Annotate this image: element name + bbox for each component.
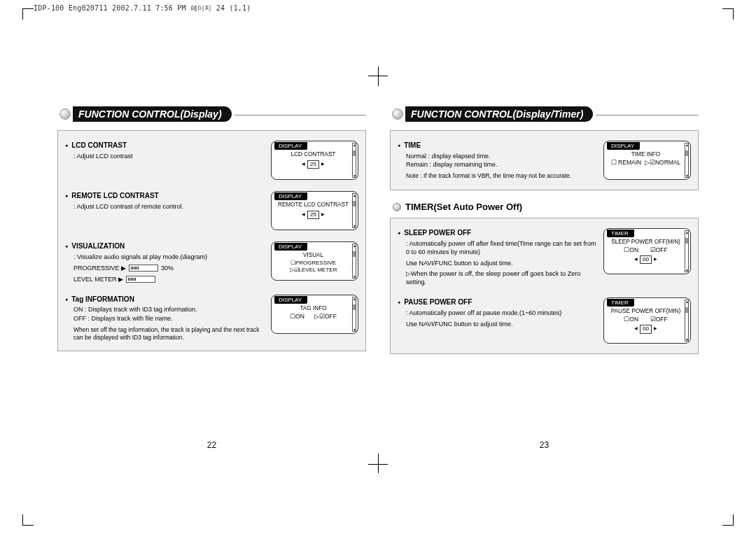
scrollbar [352,143,356,178]
section-time: TIME Normal : display elapsed time. Rema… [398,138,691,183]
reg-mark [368,464,388,465]
lcd-tab: TIMER [607,299,634,307]
reg-mark [378,454,379,473]
prog-label: PROGRESSIVE ▶ [74,264,126,272]
lcd-tab: DISPLAY [274,142,307,150]
lcd-onoff: ☐ REMAIN ▷☑NORMAL [608,159,683,167]
lcd-line: VISUAL [276,252,351,260]
lcd-line: REMOTE LCD CONTRAST [276,202,351,209]
section-desc: : Automatically power off at pause mode.… [406,309,596,317]
page-left: FUNCTION CONTROL(Display) LCD CONTRAST :… [57,105,366,429]
section-title: Tag INFORMATION [65,295,264,304]
section-title: TIME [398,141,596,150]
content-box: LCD CONTRAST : Adjust LCD contrast DISPL… [57,130,366,351]
lcd-onoff: ☐ON ▷☑OFF [276,313,351,321]
section-pause-power: PAUSE POWER OFF : Automatically power of… [398,293,691,346]
scrollbar [685,300,689,342]
lcd-value: 25 [307,160,319,169]
lcd-value: 00 [640,325,652,333]
lcd-tab: DISPLAY [274,192,307,200]
bullet-icon [392,108,403,120]
lcd-value: 00 [640,255,652,264]
title-bar: FUNCTION CONTROL(Display/Timer) [390,105,699,123]
scrollbar [352,193,356,228]
content-box: SLEEP POWER OFF : Automatically power of… [390,218,699,354]
section-desc: : Automatically power off after fixed ti… [406,239,596,256]
page-spread: FUNCTION CONTROL(Display) LCD CONTRAST :… [57,105,699,429]
section-title: SLEEP POWER OFF [398,228,596,238]
section-desc: : Adjust LCD contrast [74,152,264,160]
section-visualization: VISUALIZATION : Visualize audio signals … [65,237,358,290]
section-desc: : Visualize audio signals at play mode.(… [74,253,264,261]
crop-mark [722,8,734,20]
lcd-tab: DISPLAY [607,142,640,150]
section-remote-lcd: REMOTE LCD CONTRAST : Adjust LCD contras… [65,187,358,237]
lcd-value: 25 [307,211,319,219]
section-line: Normal : display elapsed time. [406,152,596,160]
lcd-tab: DISPLAY [274,243,307,251]
section-title: VISUALIZATION [65,241,264,251]
lcd-option: ☐PROGRESSIVE [276,260,351,267]
section-use: Use NAVI/FUNC button to adjust time. [406,259,596,267]
section-title: PAUSE POWER OFF [398,297,596,307]
lcd-line: SLEEP POWER OFF(MIN) [608,239,683,246]
lcd-line: LCD CONTRAST [276,151,351,159]
subheading-text: TIMER(Set Auto Power Off) [405,202,522,212]
scrollbar [352,297,356,332]
page-title: FUNCTION CONTROL(Display/Timer) [405,106,593,122]
lcd-onoff: ☐ON ☑OFF [608,246,683,254]
lcd-option: ▷☑LEVEL METER [276,267,351,274]
page-number: 23 [390,440,699,450]
lcd-tab: TIMER [607,230,634,237]
header-meta: IDP-100 Eng020711 2002.7.11 7:56 PM 페이지 … [34,5,251,12]
reg-mark [368,76,388,76]
lcd-line: TAG INFO [276,305,351,313]
progress-bar [129,265,158,272]
subheading: TIMER(Set Auto Power Off) [393,202,699,212]
scrollbar [352,244,356,279]
level-label: LEVEL METER ▶ [74,275,123,283]
section-lcd-contrast: LCD CONTRAST : Adjust LCD contrast DISPL… [65,138,358,187]
lcd-onoff: ☐ON ☑OFF [608,316,683,323]
section-title: LCD CONTRAST [65,141,264,150]
divider [596,115,699,115]
section-line: Remain : display remaining time. [406,160,596,169]
divider [234,115,366,115]
section-use2: ▷When the power is off, the sleep power … [406,269,596,286]
section-sleep-power: SLEEP POWER OFF : Automatically power of… [398,225,691,293]
crop-mark [22,514,34,526]
page-title: FUNCTION CONTROL(Display) [73,106,232,122]
section-desc: : Adjust LCD contrast of remote control. [74,202,264,211]
section-note: When set off the tag information, the tr… [74,326,264,342]
content-box: TIME Normal : display elapsed time. Rema… [390,130,699,190]
bullet-icon [59,108,71,120]
lcd-line: PAUSE POWER OFF(MIN) [608,308,683,316]
reg-mark [378,66,379,86]
scrollbar [685,143,689,178]
bullet-icon [393,203,401,211]
title-bar: FUNCTION CONTROL(Display) [57,105,366,123]
level-bar [126,276,155,283]
section-tag-info: Tag INFORMATION ON : Displays track with… [65,290,358,344]
lcd-line: TIME INFO [608,151,683,159]
page-number: 22 [57,440,366,450]
page-right: FUNCTION CONTROL(Display/Timer) TIME Nor… [390,105,699,429]
section-desc: ON : Displays track with ID3 tag informa… [74,305,264,322]
scrollbar [685,230,689,272]
section-title: REMOTE LCD CONTRAST [65,191,264,201]
lcd-tab: DISPLAY [274,296,307,304]
crop-mark [722,514,734,526]
section-use: Use NAVI/FUNC button to adjust time. [406,320,596,328]
lcd-preview: DISPLAY LCD CONTRAST 25 [271,141,358,180]
prog-pct: 30% [161,264,174,272]
crop-mark [22,8,34,20]
section-note: Note : If the track format is VBR, the t… [406,172,596,180]
